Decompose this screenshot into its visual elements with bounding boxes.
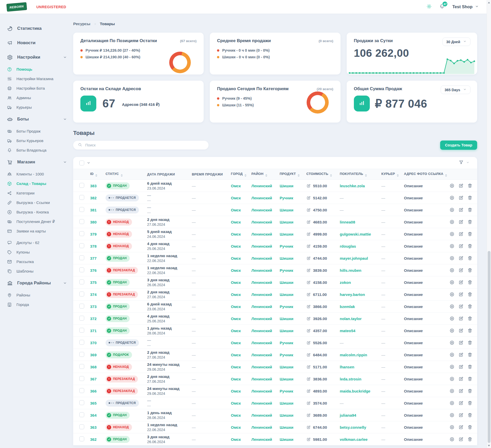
city-link[interactable]: Омск <box>231 316 241 321</box>
product-link[interactable]: Шишки <box>280 232 294 236</box>
district-link[interactable]: Ленинский <box>251 232 272 236</box>
product-link[interactable]: Ручник <box>280 304 293 309</box>
sidebar-item-bot-settings[interactable]: Настройки Бота <box>0 83 73 93</box>
buyer-link[interactable]: leuschke.zola <box>340 184 365 188</box>
row-checkbox[interactable] <box>79 267 84 272</box>
city-link[interactable]: Омск <box>231 304 241 309</box>
district-link[interactable]: Ленинский <box>251 256 272 260</box>
edit-button[interactable] <box>458 376 464 381</box>
product-link[interactable]: Ручник <box>280 268 293 273</box>
sort-icon[interactable] <box>121 174 123 177</box>
row-checkbox[interactable] <box>79 340 84 345</box>
buyer-link[interactable]: gulgowski.mattie <box>340 232 371 236</box>
product-id-link[interactable]: 371 <box>90 329 97 333</box>
product-link[interactable]: Шишки <box>280 401 294 405</box>
district-link[interactable]: Ленинский <box>251 389 272 393</box>
view-button[interactable] <box>449 388 455 394</box>
address-description-link[interactable]: Описание <box>404 341 423 345</box>
product-link[interactable]: Шишки <box>280 184 294 188</box>
delete-button[interactable] <box>467 292 473 297</box>
edit-button[interactable] <box>458 352 464 357</box>
edit-button[interactable] <box>458 207 464 212</box>
row-checkbox[interactable] <box>79 424 84 429</box>
row-checkbox[interactable] <box>79 376 84 381</box>
edit-button[interactable] <box>458 292 464 297</box>
scroll-down-arrow[interactable] <box>488 445 490 446</box>
sidebar-item-templates[interactable]: Шаблоны <box>0 266 73 276</box>
city-link[interactable]: Омск <box>231 256 241 260</box>
view-button[interactable] <box>449 328 455 333</box>
district-link[interactable]: Ленинский <box>251 329 272 333</box>
theme-toggle[interactable] <box>426 4 432 10</box>
delete-button[interactable] <box>467 352 473 357</box>
buyer-link[interactable]: zokon <box>340 280 351 285</box>
column-header[interactable]: ГОРОД <box>229 169 249 180</box>
sidebar-item-export-links[interactable]: Выгрузка - Ссылки <box>0 198 73 207</box>
row-checkbox[interactable] <box>79 279 84 284</box>
product-id-link[interactable]: 376 <box>90 268 97 273</box>
product-id-link[interactable]: 370 <box>90 341 97 345</box>
address-description-link[interactable]: Описание <box>404 377 423 381</box>
city-link[interactable]: Омск <box>231 268 241 273</box>
city-link[interactable]: Омск <box>231 437 241 442</box>
edit-price-icon[interactable] <box>306 184 311 188</box>
delete-button[interactable] <box>467 328 473 333</box>
view-button[interactable] <box>449 268 455 273</box>
shop-menu[interactable]: Test Shop <box>452 4 479 10</box>
delete-button[interactable] <box>467 280 473 285</box>
address-description-link[interactable]: Описание <box>404 316 423 321</box>
district-link[interactable]: Ленинский <box>251 377 272 381</box>
edit-button[interactable] <box>458 268 464 273</box>
sidebar-item-news[interactable]: Новости <box>0 36 73 50</box>
address-description-link[interactable]: Описание <box>404 304 423 309</box>
product-id-link[interactable]: 380 <box>90 220 97 224</box>
buyer-link[interactable]: bzemlak <box>340 304 355 309</box>
address-description-link[interactable]: Описание <box>404 196 423 200</box>
product-id-link[interactable]: 362 <box>90 437 97 442</box>
row-checkbox[interactable] <box>79 352 84 357</box>
city-link[interactable]: Омск <box>231 365 241 369</box>
edit-price-icon[interactable] <box>306 244 311 248</box>
product-link[interactable]: Шишки <box>280 280 294 285</box>
view-button[interactable] <box>449 304 455 309</box>
view-button[interactable] <box>449 340 455 345</box>
city-link[interactable]: Омск <box>231 329 241 333</box>
buyer-link[interactable]: harvey.barton <box>340 292 365 297</box>
edit-button[interactable] <box>458 364 464 369</box>
view-button[interactable] <box>449 400 455 406</box>
district-link[interactable]: Ленинский <box>251 365 272 369</box>
district-link[interactable]: Ленинский <box>251 304 272 309</box>
edit-button[interactable] <box>458 219 464 225</box>
delete-button[interactable] <box>467 256 473 261</box>
edit-price-icon[interactable] <box>306 365 311 369</box>
product-id-link[interactable]: 369 <box>90 353 97 357</box>
delete-button[interactable] <box>467 207 473 212</box>
delete-button[interactable] <box>467 376 473 381</box>
buyer-link[interactable]: linnea08 <box>340 220 355 224</box>
address-description-link[interactable]: Описание <box>404 280 423 285</box>
product-id-link[interactable]: 368 <box>90 365 97 369</box>
sidebar-item-owner-bots[interactable]: Боты Владельца <box>0 145 73 155</box>
row-checkbox[interactable] <box>79 207 84 212</box>
edit-button[interactable] <box>458 413 464 418</box>
column-header[interactable]: АДРЕС ФОТО ССЫЛКА <box>402 169 442 180</box>
row-checkbox[interactable] <box>79 231 84 236</box>
filter-button[interactable] <box>459 160 469 166</box>
sort-icon[interactable] <box>95 174 97 177</box>
sidebar-item-disputes[interactable]: Диспуты - 62 <box>0 238 73 247</box>
product-id-link[interactable]: 374 <box>90 292 97 297</box>
buyer-link[interactable]: mateo54 <box>340 329 355 333</box>
product-id-link[interactable]: 364 <box>90 413 97 417</box>
sidebar-item-admins[interactable]: Админы <box>0 93 73 102</box>
period-select[interactable]: 30 Дней <box>442 38 470 46</box>
sidebar-item-districts[interactable]: Районы <box>0 290 73 300</box>
sidebar-item-cities-districts[interactable]: Города Районы <box>0 276 73 290</box>
row-checkbox[interactable] <box>79 304 84 309</box>
delete-button[interactable] <box>467 425 473 430</box>
sidebar-item-couriers[interactable]: Курьеры <box>0 102 73 112</box>
edit-price-icon[interactable] <box>306 389 311 393</box>
row-checkbox[interactable] <box>79 388 84 393</box>
search-input[interactable] <box>85 143 204 147</box>
edit-price-icon[interactable] <box>306 329 311 333</box>
edit-button[interactable] <box>458 316 464 321</box>
